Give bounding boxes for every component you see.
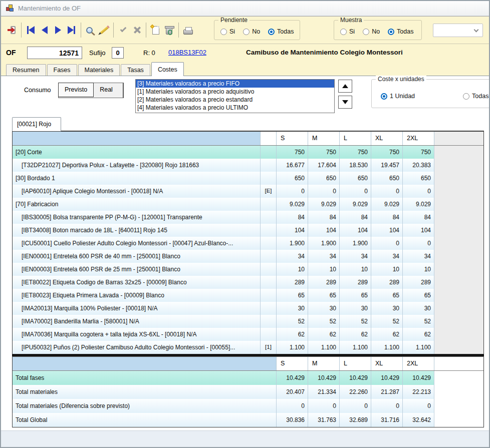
- row-filler: [434, 146, 483, 159]
- row-description: [IEN00001] Entretela 600 PSR de 40 mm - …: [13, 250, 261, 263]
- value-cell: 10.429: [340, 371, 371, 385]
- toolbar-separator: [178, 23, 179, 38]
- delete-record-button[interactable]: [162, 23, 176, 37]
- previsto-button[interactable]: Previsto: [58, 83, 94, 97]
- filter-combobox[interactable]: [433, 24, 483, 37]
- edit-button[interactable]: [97, 23, 111, 37]
- toolbar: Pendiente Si No Todas Muestra Si No Toda…: [1, 16, 489, 44]
- valuation-option[interactable]: [4] Materiales valorados a precio ULTIMO: [136, 104, 334, 112]
- row-filler: [434, 224, 483, 237]
- valuation-option[interactable]: [2] Materiales valorados a precio estand…: [136, 96, 334, 104]
- row-description: [70] Fabricacion: [13, 198, 261, 211]
- value-cell: 0: [277, 185, 308, 198]
- table-row[interactable]: [70] Fabricacion9.0299.0299.0299.0299.02…: [13, 198, 483, 211]
- table-row[interactable]: [IMA20013] Marquilla 100% Poliester - [0…: [13, 302, 483, 315]
- muestra-radio-si[interactable]: Si: [340, 28, 355, 35]
- table-row[interactable]: [IET80022] Etiqueta Codigo de Barras 32x…: [13, 276, 483, 289]
- table-row[interactable]: [IBT34008] Boton marcado de 18L - [64001…: [13, 224, 483, 237]
- color-tab-rojo[interactable]: [00021] Rojo: [12, 117, 61, 131]
- value-cell: 289: [308, 276, 340, 289]
- totals-row[interactable]: Total materiales20.40721.33422.26021.287…: [13, 385, 483, 399]
- grid-body: [20] Corte750750750750750[T32DP21027] De…: [13, 146, 483, 354]
- table-row[interactable]: [IEN00003] Entretela 600 PSR de 25 mm - …: [13, 263, 483, 276]
- value-cell: 84: [277, 211, 308, 224]
- tab-costes[interactable]: Costes: [151, 62, 184, 76]
- title-bar[interactable]: Mantenimiento de OF: [1, 1, 489, 16]
- totals-row[interactable]: Total fases10.42910.42910.42910.42910.42…: [13, 371, 483, 385]
- previous-record-button[interactable]: [38, 23, 51, 37]
- value-cell: 650: [308, 172, 340, 185]
- value-cell: 750: [403, 146, 434, 159]
- value-cell: 19.457: [371, 159, 403, 172]
- of-label: OF: [6, 49, 16, 57]
- table-row[interactable]: [T32DP21027] Deportiva Polux - Lafayette…: [13, 159, 483, 172]
- pencil-icon: [100, 26, 108, 34]
- value-cell: 10.429: [403, 371, 434, 385]
- column-header: L: [340, 132, 371, 145]
- muestra-radio-todas[interactable]: Todas: [388, 28, 413, 35]
- reference-link[interactable]: 018BS13F02: [168, 49, 206, 56]
- value-cell: 1.900: [340, 237, 371, 250]
- table-row[interactable]: [IET80023] Etiqueta Primera Lavada - [00…: [13, 289, 483, 302]
- move-down-button[interactable]: [338, 96, 352, 109]
- coste-radio-todas[interactable]: Todas: [463, 93, 488, 100]
- coste-radio-1-unidad[interactable]: 1 Unidad: [381, 93, 415, 100]
- print-button[interactable]: [181, 23, 195, 37]
- tab-materiales[interactable]: Materiales: [78, 64, 120, 76]
- column-header: M: [308, 357, 340, 370]
- previous-record-icon: [42, 26, 48, 34]
- new-record-button[interactable]: [149, 23, 162, 37]
- valuation-option[interactable]: [1] Materiales valorados a precio adquis…: [136, 88, 334, 96]
- totals-row[interactable]: Total Global30.83631.76332.68931.71632.6…: [13, 413, 483, 427]
- real-button[interactable]: Real: [94, 83, 119, 98]
- row-description: [30] Bordado 1: [13, 172, 261, 185]
- exit-button[interactable]: [5, 23, 19, 37]
- value-cell: 62: [340, 328, 371, 341]
- valuation-option[interactable]: [3] Materiales valorados a precio FIFO: [136, 80, 334, 88]
- row-filler: [434, 328, 483, 341]
- table-row[interactable]: [IMA70002] Banderilla Marlia - [580001] …: [13, 315, 483, 328]
- value-cell: 10: [277, 263, 308, 276]
- column-header: 2XL: [403, 132, 434, 145]
- arrow-up-icon: [342, 84, 348, 88]
- pendiente-radio-no[interactable]: No: [243, 28, 260, 35]
- value-cell: 10: [340, 263, 371, 276]
- table-row[interactable]: [IAP60010] Aplique Colegio Montessori - …: [13, 185, 483, 198]
- muestra-radio-no[interactable]: No: [363, 28, 380, 35]
- table-row[interactable]: [20] Corte750750750750750: [13, 146, 483, 159]
- coste-x-unidades-group: Coste x unidades 1 Unidad Todas: [371, 79, 490, 108]
- row-description: [IPU50032] Puños (2) Poliester Camibuso …: [13, 341, 261, 354]
- table-row[interactable]: [ICU50001] Cuello Poliester Adulto Coleg…: [13, 237, 483, 250]
- table-row[interactable]: [IBS30005] Bolsa transparente PP (P-M-G)…: [13, 211, 483, 224]
- last-record-button[interactable]: [65, 23, 78, 37]
- row-description: [IMA20013] Marquilla 100% Poliester - [0…: [13, 302, 261, 315]
- table-row[interactable]: [IEN00001] Entretela 600 PSR de 40 mm - …: [13, 250, 483, 263]
- search-button[interactable]: [84, 23, 97, 37]
- toolbar-separator: [81, 23, 81, 38]
- totals-row[interactable]: Total materiales (Diferencia sobre previ…: [13, 399, 483, 413]
- pendiente-radio-si[interactable]: Si: [220, 28, 235, 35]
- table-row[interactable]: [30] Bordado 1650650650650650: [13, 172, 483, 185]
- table-row[interactable]: [IPU50032] Puños (2) Poliester Camibuso …: [13, 341, 483, 354]
- app-icon: [6, 5, 14, 12]
- first-record-button[interactable]: [24, 23, 38, 37]
- table-row[interactable]: [IMA70036] Marquilla cogotera + talla te…: [13, 328, 483, 341]
- move-up-button[interactable]: [338, 80, 352, 93]
- row-filler: [434, 276, 483, 289]
- value-cell: 84: [403, 211, 434, 224]
- cancel-button[interactable]: [130, 23, 143, 37]
- tab-resumen[interactable]: Resumen: [6, 64, 46, 76]
- value-cell: 84: [371, 211, 403, 224]
- column-header: S: [277, 357, 308, 370]
- costes-panel: Consumo Previsto Real [3] Materiales val…: [1, 76, 489, 430]
- next-record-button[interactable]: [51, 23, 65, 37]
- sufijo-input[interactable]: 0: [112, 47, 124, 59]
- row-marker: [261, 146, 277, 159]
- row-marker: [261, 276, 277, 289]
- cross-icon: [133, 27, 140, 34]
- confirm-button[interactable]: [116, 23, 130, 37]
- pendiente-radio-todas[interactable]: Todas: [268, 28, 294, 35]
- tab-fases[interactable]: Fases: [47, 64, 77, 76]
- tab-tasas[interactable]: Tasas: [121, 64, 150, 76]
- of-number-input[interactable]: 12571: [27, 47, 82, 59]
